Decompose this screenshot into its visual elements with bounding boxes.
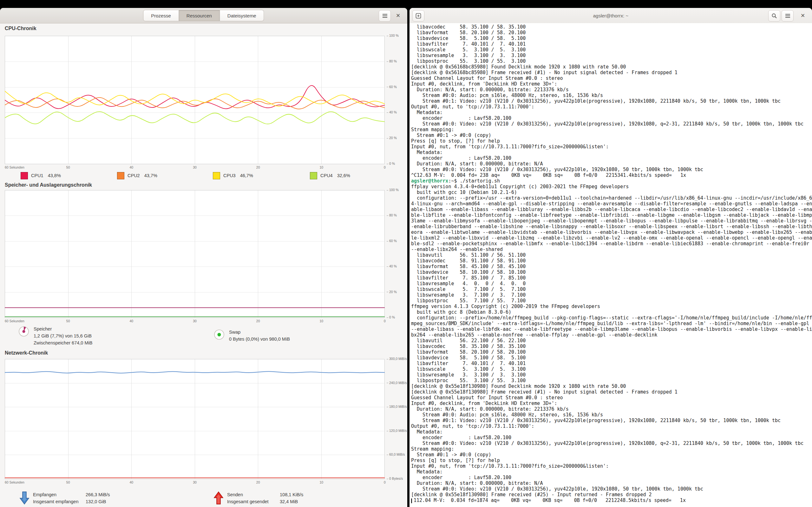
terminal-line: libavdevice 58. 5.100 / 58. 5.100 [411, 36, 812, 41]
terminal-line: Input #0, decklink, from 'DeckLink HD Ex… [411, 81, 812, 87]
terminal-line: Stream #0:0: Video: v210 (V210 / 0x30313… [411, 441, 812, 446]
cpu-ytick: 80 % [387, 59, 406, 63]
memory-legend-item: Speicher 1,2 GiB (7,7%) von 15,6 GiB Zwi… [18, 326, 92, 346]
cpu-chart-canvas [5, 36, 385, 164]
terminal-line: libswresample 3. 3.100 / 3. 3.100 [411, 53, 812, 58]
desktop: Prozesse Ressourcen Dateisysteme ✕ CPU-C… [0, 0, 812, 507]
terminal-line: Duration: N/A, start: 0.000000, bitrate:… [411, 481, 812, 486]
memory-ytick: 80 % [387, 213, 406, 217]
terminal-line: eora --enable-libtwolame --enable-libvid… [411, 229, 812, 235]
cpu-xtick: 20 [256, 165, 260, 169]
cpu-xtick: 10 [319, 165, 323, 169]
cpu-legend-item-cpu1: CPU143,8% [20, 172, 61, 179]
tab-prozesse[interactable]: Prozesse [143, 10, 179, 21]
cpu-legend-label: CPU2 [128, 173, 140, 178]
network-xtick: 10 [319, 481, 323, 484]
memory-cache-value: Zwischenspeicher 674,0 MiB [34, 339, 92, 346]
terminal-line: libavcodec 58. 35.100 / 58. 35.100 [411, 343, 812, 349]
memory-chart [5, 190, 385, 318]
terminal-line: [decklink @ 0x55e18f130980] Found Deckli… [411, 383, 812, 389]
terminal-line: Stream #0:1 -> #0:0 (copy) [411, 132, 812, 138]
terminal-line: Guessed Channel Layout for Input Stream … [411, 75, 812, 81]
terminal-line: Duration: N/A, start: 0.000000, bitrate:… [411, 87, 812, 93]
terminal-line: Stream #0:0: Video: v210 (V210 / 0x30313… [411, 167, 812, 172]
memory-ytick: 60 % [387, 239, 406, 243]
memory-xtick: 60 Sekunden [5, 319, 24, 323]
terminal-line: Input #0, decklink, from 'DeckLink HD Ex… [411, 400, 812, 406]
terminal-line: libavfilter 7. 85.100 / 7. 85.100 [411, 275, 812, 281]
terminal-line: Metadata: [411, 469, 812, 475]
new-tab-button[interactable] [412, 10, 424, 21]
swap-usage-value: 0 Bytes (0,0%) von 980,0 MiB [229, 336, 290, 343]
terminal-line: --enable-libx264 --enable-shared [411, 246, 812, 252]
network-sent-legend: Senden 108,1 KiB/s Insgesamt gesendet 32… [213, 491, 303, 505]
network-xtick: 20 [256, 481, 260, 484]
terminal-line: [decklink @ 0x55e18f130980] Frame receiv… [411, 389, 812, 395]
terminal-line: encoder : Lavf58.20.100 [411, 115, 812, 121]
terminal-line: Metadata: [411, 150, 812, 155]
network-ytick: 300,0 MiB/s [387, 357, 406, 360]
memory-gauge-icon [18, 326, 30, 337]
terminal-line: Stream #0:0: Audio: pcm_s16le, 48000 Hz,… [411, 93, 812, 98]
cpu-color-swatch [310, 172, 317, 179]
network-received-legend: Empfangen 266,3 MiB/s Insgesamt empfange… [19, 491, 110, 505]
terminal-output[interactable]: libavcodec 58. 35.100 / 58. 35.100 libav… [409, 23, 812, 507]
terminal-cursor [411, 498, 412, 503]
terminal-line: libswscale 5. 3.100 / 5. 3.100 [411, 366, 812, 372]
recv-rate-label: Empfangen [33, 491, 83, 498]
terminal-line: Stream #0:0: Video: v210 (V210 / 0x30313… [411, 486, 812, 492]
terminal-line: Metadata: [411, 429, 812, 435]
terminal-line: libavutil 56. 22.100 / 56. 22.100 [411, 338, 812, 343]
cpu-xtick: 50 [66, 165, 70, 169]
terminal-menu-button[interactable] [781, 10, 794, 21]
terminal-line: ble-libflite --enable-libfontconfig --en… [411, 212, 812, 218]
terminal-line: bx264 --enable-libx265 --enable-nonfree … [411, 332, 812, 338]
terminal-line: Stream mapping: [411, 446, 812, 452]
recv-rate-value: 266,3 MiB/s [86, 491, 110, 498]
network-xtick: 60 Sekunden [5, 481, 24, 484]
terminal-line: encoder : Lavf58.20.100 [411, 155, 812, 161]
cpu-color-swatch [117, 172, 124, 179]
terminal-line: able-libaom --enable-libass --enable-lib… [411, 207, 812, 212]
terminal-line: built with gcc 10 (Debian 10.2.1-6) [411, 189, 812, 195]
swap-gauge-icon [213, 329, 225, 341]
terminal-line: Metadata: [411, 110, 812, 115]
upload-arrow-icon [213, 491, 224, 505]
terminal-line: libavformat 58. 20.100 / 58. 20.100 [411, 30, 812, 36]
memory-xtick: 40 [130, 319, 133, 323]
search-button[interactable] [768, 10, 780, 21]
recv-total-label: Insgesamt empfangen [33, 498, 83, 505]
terminal-line: ffplay version 4.3.4-0+deb11u1 Copyright… [411, 184, 812, 189]
terminal-line: libavdevice 58. 10.100 / 58. 10.100 [411, 269, 812, 275]
memory-xtick: 30 [193, 319, 197, 323]
monitor-tabs: Prozesse Ressourcen Dateisysteme [143, 10, 264, 21]
terminal-line: Stream #0:0: Video: v210 (V210 / 0x30313… [411, 121, 812, 127]
terminal-line: libavformat 58. 20.100 / 58. 20.100 [411, 349, 812, 355]
search-icon [771, 13, 777, 19]
terminal-line: -enable-librubberband --enable-libshine … [411, 224, 812, 229]
new-tab-icon [415, 13, 421, 19]
monitor-close-button[interactable]: ✕ [393, 10, 403, 21]
cpu-color-swatch [213, 172, 220, 179]
terminal-headerbar: agsler@thorrx: ~ ✕ [409, 8, 812, 23]
network-ytick: 0 Bytes/s [387, 476, 406, 481]
terminal-line: libavcodec 58. 91.100 / 58. 91.100 [411, 258, 812, 264]
tab-dateisysteme[interactable]: Dateisysteme [220, 10, 264, 21]
cpu-ytick: 60 % [387, 85, 406, 89]
terminal-line: ffmpeg version 4.1.3 Copyright (c) 2000-… [411, 303, 812, 309]
terminal-line: Guessed Channel Layout for Input Stream … [411, 395, 812, 400]
network-chart [5, 359, 385, 479]
terminal-line: Stream #0:1: Video: v210 (V210 / 0x30313… [411, 98, 812, 104]
terminal-line: libavresample 4. 0. 0 / 4. 0. 0 [411, 281, 812, 286]
terminal-line: libavcodec 58. 35.100 / 58. 35.100 [411, 24, 812, 30]
terminal-line: libpostproc 55. 3.100 / 55. 3.100 [411, 58, 812, 64]
send-total-value: 32,4 MiB [280, 498, 303, 505]
cpu-ytick: 40 % [387, 110, 406, 114]
terminal-close-button[interactable]: ✕ [798, 10, 808, 21]
cpu-legend-item-cpu3: CPU346,7% [213, 172, 253, 179]
cpu-legend-value: 46,7% [240, 173, 253, 178]
terminal-window: agsler@thorrx: ~ ✕ libavcodec 58 [409, 8, 812, 507]
shell-prompt: agsler@thorrx [411, 178, 448, 184]
monitor-menu-button[interactable] [379, 10, 391, 21]
tab-ressourcen[interactable]: Ressourcen [179, 10, 220, 21]
